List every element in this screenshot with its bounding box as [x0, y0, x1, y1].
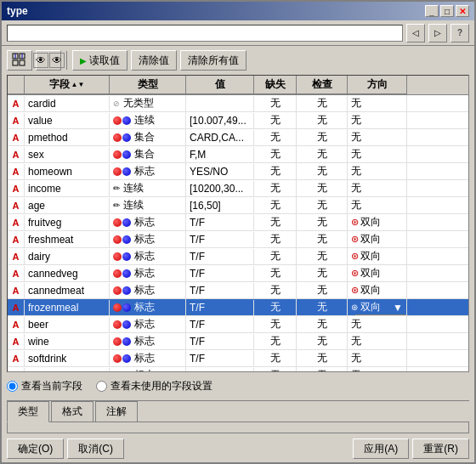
apply-button[interactable]: 应用(A) [353, 439, 409, 459]
type-cell[interactable]: 标志 [110, 316, 186, 332]
maximize-button[interactable]: □ [440, 5, 454, 17]
radio-current[interactable]: 查看当前字段 [7, 379, 82, 393]
direction-cell[interactable]: ⊛ 双向 ▼ → 输入 ⊙ 输出 ⊛ 双向 [348, 299, 407, 315]
clear-all-button[interactable]: 清除所有值 [180, 50, 246, 71]
clear-values-button[interactable]: 清除值 [131, 50, 177, 71]
field-name: homeown [28, 166, 72, 178]
table-row[interactable]: A beer 标志 T/F 无 无 无 [8, 316, 468, 333]
direction-cell[interactable]: 无 [348, 350, 407, 366]
missing-text: 无 [270, 300, 280, 314]
direction-cell[interactable]: 无 [348, 367, 407, 371]
type-content: 标志 [113, 164, 155, 178]
table-row[interactable]: A freshmeat 标志 T/F 无 无 ⊛双向 [8, 231, 468, 248]
table-row[interactable]: A wine 标志 T/F 无 无 无 [8, 333, 468, 350]
type-cell[interactable]: 标志 [110, 214, 186, 230]
minimize-button[interactable]: _ [425, 5, 439, 17]
ok-button[interactable]: 确定(O) [7, 439, 64, 459]
view-toggle[interactable]: 👁 👁 [36, 50, 61, 71]
table-row[interactable]: A fruitveg 标志 T/F 无 无 ⊛双向 [8, 214, 468, 231]
direction-text: 无 [351, 147, 361, 161]
table-row[interactable]: A cardid ⊘ 无类型 无 无 无 [8, 95, 468, 112]
col-missing-header[interactable]: 缺失 [254, 76, 297, 94]
dropdown-arrow-icon[interactable]: ▼ [393, 302, 403, 314]
direction-cell[interactable]: ⊛双向 [348, 231, 407, 247]
grid-icon[interactable] [7, 50, 32, 71]
tab-format[interactable]: 格式 [51, 401, 94, 422]
table-row[interactable]: A cannedmeat 标志 T/F 无 无 ⊛双向 [8, 282, 468, 299]
value-cell: T/F [186, 334, 254, 349]
help-button[interactable]: ? [450, 24, 469, 42]
table-row[interactable]: A softdrink 标志 T/F 无 无 无 [8, 350, 468, 367]
col-value-header[interactable]: 值 [186, 76, 254, 94]
check-cell: 无 [297, 197, 348, 213]
table-row[interactable]: A dairy 标志 T/F 无 无 ⊛双向 [8, 248, 468, 265]
check-text: 无 [317, 164, 327, 178]
type-cell[interactable]: 连续 [110, 112, 186, 128]
value-cell: [16,50] [186, 198, 254, 213]
table-scroll[interactable]: A cardid ⊘ 无类型 无 无 无 A value 连续 [10.007,… [8, 95, 468, 371]
tabs-section: 类型 格式 注解 [7, 400, 469, 433]
type-cell[interactable]: 标志 [110, 265, 186, 281]
cancel-button[interactable]: 取消(C) [67, 439, 124, 459]
radio-unused-input[interactable] [96, 381, 107, 392]
type-cell[interactable]: 标志 [110, 333, 186, 349]
col-type-header[interactable]: 类型 [110, 76, 186, 94]
row-icon-cell: A [8, 96, 25, 111]
clear-label: 清除值 [139, 54, 169, 68]
radio-current-input[interactable] [7, 381, 18, 392]
direction-cell[interactable]: ⊛双向 [348, 214, 407, 230]
type-cell[interactable]: 标志 [110, 299, 186, 315]
direction-cell[interactable]: 无 [348, 95, 407, 111]
col-direction-header[interactable]: 方向 [348, 76, 407, 94]
table-row[interactable]: A age ✏ 连续 [16,50] 无 无 无 [8, 197, 468, 214]
pencil-icon: ✏ [113, 184, 120, 193]
search-back-button[interactable]: ◁ [406, 24, 425, 42]
type-cell[interactable]: 集合 [110, 129, 186, 145]
type-cell[interactable]: 标志 [110, 248, 186, 264]
direction-cell[interactable]: ⊛双向 [348, 265, 407, 281]
read-values-button[interactable]: ▶ 读取值 [72, 50, 128, 71]
direction-cell[interactable]: 无 [348, 180, 407, 196]
reset-button[interactable]: 重置(R) [412, 439, 469, 459]
type-cell[interactable]: 标志 [110, 367, 186, 371]
search-input[interactable] [7, 25, 403, 42]
radio-unused[interactable]: 查看未使用的字段设置 [96, 379, 212, 393]
type-cell[interactable]: 标志 [110, 282, 186, 298]
direction-cell[interactable]: ⊛双向 [348, 282, 407, 298]
direction-cell[interactable]: 无 [348, 112, 407, 128]
direction-cell[interactable]: 无 [348, 333, 407, 349]
direction-cell[interactable]: 无 [348, 316, 407, 332]
type-cell[interactable]: 标志 [110, 163, 186, 179]
direction-cell[interactable]: 无 [348, 146, 407, 162]
type-cell[interactable]: ⊘ 无类型 [110, 95, 186, 111]
value-cell [186, 96, 254, 111]
tab-type[interactable]: 类型 [7, 401, 49, 422]
table-row[interactable]: A income ✏ 连续 [10200,30... 无 无 无 [8, 180, 468, 197]
table-row[interactable]: A pmethod 集合 CARD,CA... 无 无 无 [8, 129, 468, 146]
direction-dropdown[interactable]: ⊛ 双向 ▼ [351, 300, 403, 314]
type-cell[interactable]: 标志 [110, 231, 186, 247]
direction-cell[interactable]: 无 [348, 163, 407, 179]
direction-cell[interactable]: 无 [348, 129, 407, 145]
direction-cell[interactable]: 无 [348, 197, 407, 213]
search-forward-button[interactable]: ▷ [428, 24, 447, 42]
table-row[interactable]: A fish 标志 T/F 无 无 无 [8, 367, 468, 371]
direction-cell[interactable]: ⊛双向 [348, 248, 407, 264]
missing-cell: 无 [254, 146, 297, 162]
table-row[interactable]: A sex 集合 F,M 无 无 无 [8, 146, 468, 163]
table-row[interactable]: A cannedveg 标志 T/F 无 无 ⊛双向 [8, 265, 468, 282]
type-cell[interactable]: ✏ 连续 [110, 180, 186, 196]
type-cell[interactable]: ✏ 连续 [110, 197, 186, 213]
table-row[interactable]: A homeown 标志 YES/NO 无 无 无 [8, 163, 468, 180]
close-button[interactable]: ✕ [456, 5, 469, 17]
type-cell[interactable]: 集合 [110, 146, 186, 162]
tab-annotation[interactable]: 注解 [95, 401, 138, 422]
col-field-header[interactable]: 字段 ▲▼ [25, 76, 110, 94]
table-row[interactable]: A frozenmeal 标志 T/F 无 无 ⊛ 双向 ▼ → [8, 299, 468, 316]
table-row[interactable]: A value 连续 [10.007,49... 无 无 无 [8, 112, 468, 129]
col-check-header[interactable]: 检查 [297, 76, 348, 94]
missing-cell: 无 [254, 112, 297, 128]
field-cell: cannedmeat [25, 283, 110, 298]
type-cell[interactable]: 标志 [110, 350, 186, 366]
type-label-text: 标志 [134, 215, 155, 229]
